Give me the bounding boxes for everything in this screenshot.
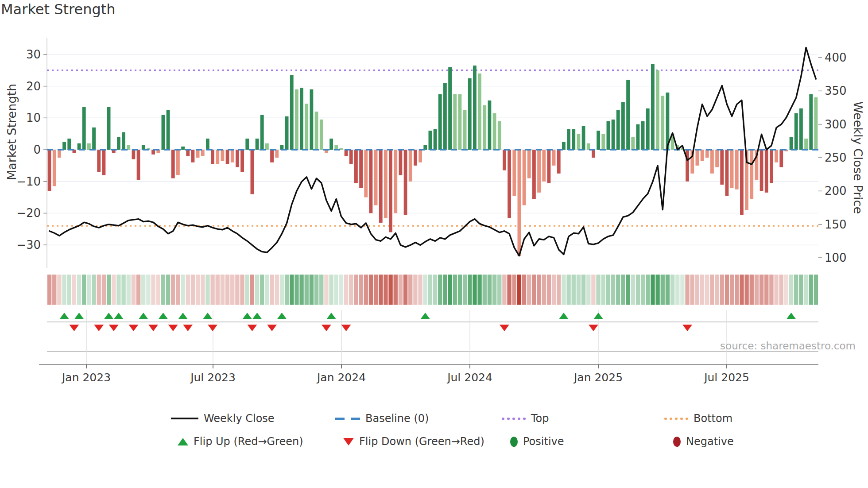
strength-bar bbox=[646, 108, 650, 150]
strength-bar bbox=[498, 121, 501, 150]
strength-bar bbox=[379, 150, 383, 223]
strength-bar bbox=[790, 137, 793, 150]
heatmap-cell bbox=[784, 275, 788, 305]
flip-up-marker bbox=[252, 313, 262, 319]
strength-bar bbox=[621, 102, 625, 150]
strength-bar bbox=[305, 104, 308, 150]
flip-up-marker bbox=[242, 313, 252, 319]
bottom-dots-swatch bbox=[664, 418, 688, 420]
heatmap-cell bbox=[695, 275, 699, 305]
price-tick-label: 250 bbox=[825, 151, 847, 164]
strength-bar bbox=[552, 150, 556, 166]
strength-bar bbox=[240, 150, 244, 172]
legend-label: Top bbox=[531, 412, 549, 425]
flip-up-marker bbox=[326, 313, 336, 319]
market-strength-chart: 3020100−10−20−30400350300250200150100Jan… bbox=[0, 0, 868, 488]
strength-bar bbox=[809, 94, 813, 150]
heatmap-cell bbox=[443, 275, 447, 305]
heatmap-cell bbox=[161, 275, 165, 305]
strength-bar bbox=[97, 150, 101, 172]
y-tick-label: −30 bbox=[16, 238, 41, 252]
strength-bar bbox=[636, 124, 640, 150]
strength-bar bbox=[206, 139, 209, 150]
heatmap-cell bbox=[547, 275, 551, 305]
heatmap-cell bbox=[339, 275, 343, 305]
heatmap-cell bbox=[799, 275, 803, 305]
heatmap-cell bbox=[542, 275, 546, 305]
strength-bar bbox=[661, 96, 664, 150]
heatmap-cell bbox=[522, 275, 526, 305]
heatmap-cell bbox=[141, 275, 145, 305]
heatmap-cell bbox=[107, 275, 111, 305]
heatmap-cell bbox=[651, 275, 655, 305]
strength-bar bbox=[251, 150, 254, 194]
heatmap-cell bbox=[191, 275, 195, 305]
strength-bar bbox=[473, 66, 477, 150]
heatmap-cell bbox=[255, 275, 259, 305]
heatmap-cell bbox=[403, 275, 407, 305]
strength-bar bbox=[78, 143, 81, 150]
heatmap-cell bbox=[146, 275, 150, 305]
flip-down-marker bbox=[500, 325, 509, 331]
strength-bar bbox=[295, 89, 298, 150]
strength-bar bbox=[67, 139, 71, 150]
heatmap-cell bbox=[196, 275, 200, 305]
legend-label: Bottom bbox=[694, 412, 732, 425]
legend-label: Baseline (0) bbox=[365, 412, 429, 425]
strength-bar bbox=[577, 134, 581, 150]
heatmap-cell bbox=[290, 275, 294, 305]
heatmap-cell bbox=[210, 275, 214, 305]
heatmap-cell bbox=[151, 275, 155, 305]
strength-bar bbox=[285, 116, 289, 150]
heatmap-cell bbox=[428, 275, 432, 305]
y-tick-label: 10 bbox=[26, 111, 41, 124]
strength-bar bbox=[359, 150, 363, 188]
heatmap-cell bbox=[641, 275, 645, 305]
strength-bar bbox=[231, 150, 234, 163]
baseline-dash-swatch bbox=[335, 418, 360, 420]
strength-bar bbox=[320, 120, 323, 150]
strength-bar bbox=[725, 150, 729, 196]
x-tick-label: Jul 2025 bbox=[703, 371, 749, 384]
flip-up-marker bbox=[114, 313, 124, 319]
strength-bar bbox=[176, 150, 180, 175]
strength-bar bbox=[458, 94, 462, 150]
flip-up-marker bbox=[593, 313, 603, 319]
heatmap-cell bbox=[329, 275, 333, 305]
heatmap-cell bbox=[458, 275, 462, 305]
strength-bar bbox=[384, 150, 388, 218]
heatmap-cell bbox=[690, 275, 694, 305]
strength-bar bbox=[775, 150, 778, 163]
heatmap-cell bbox=[655, 275, 659, 305]
heatmap-cell bbox=[468, 275, 472, 305]
heatmap-cell bbox=[324, 275, 328, 305]
heatmap-cell bbox=[77, 275, 81, 305]
strength-bar bbox=[567, 129, 570, 150]
flip-down-marker bbox=[682, 325, 692, 331]
heatmap-cell bbox=[804, 275, 808, 305]
strength-bar bbox=[409, 150, 412, 182]
strength-bar bbox=[601, 134, 605, 150]
legend-item-flip-up: Flip Up (Red→Green) bbox=[178, 435, 303, 448]
strength-bar bbox=[512, 150, 516, 196]
strength-bar bbox=[82, 107, 86, 150]
strength-bar bbox=[329, 139, 333, 150]
y-tick-label: 30 bbox=[26, 48, 41, 61]
flip-up-marker bbox=[203, 313, 213, 319]
heatmap-cell bbox=[132, 275, 136, 305]
heatmap-cell bbox=[596, 275, 600, 305]
heatmap-cell bbox=[388, 275, 392, 305]
strength-bar bbox=[418, 150, 422, 163]
strength-bar bbox=[523, 150, 526, 205]
strength-bar bbox=[493, 113, 496, 150]
strength-bar bbox=[488, 101, 492, 150]
strength-bar bbox=[483, 105, 486, 150]
heatmap-cell bbox=[250, 275, 254, 305]
heatmap-cell bbox=[572, 275, 576, 305]
heatmap-cell bbox=[87, 275, 91, 305]
strength-bar bbox=[715, 150, 719, 167]
strength-bar bbox=[794, 113, 798, 150]
legend-item-bottom: Bottom bbox=[664, 412, 732, 425]
flip-down-marker bbox=[183, 325, 193, 331]
strength-bar bbox=[414, 150, 417, 166]
